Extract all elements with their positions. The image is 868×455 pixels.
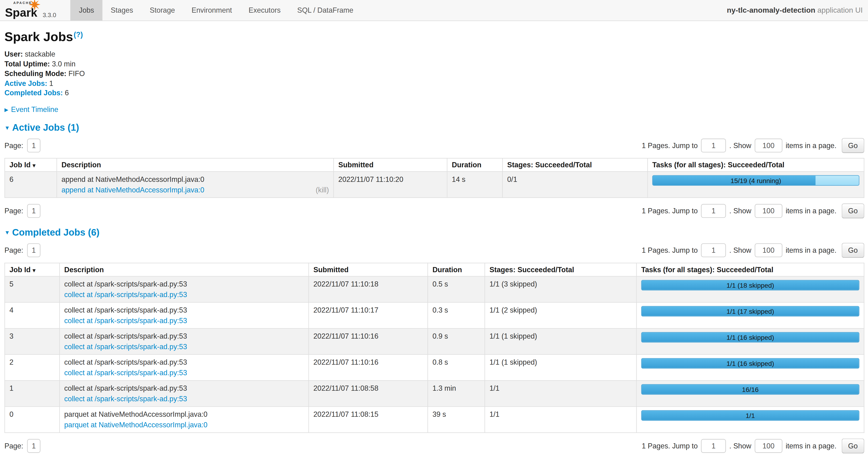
job-id-cell: 4 <box>5 302 60 328</box>
page-size-input[interactable] <box>754 138 782 152</box>
triangle-right-icon: ▶ <box>4 107 8 112</box>
col-stages[interactable]: Stages: Succeeded/Total <box>502 158 648 171</box>
job-description-cell: append at NativeMethodAccessorImpl.java:… <box>57 171 334 197</box>
summary-list: User: stackable Total Uptime: 3.0 min Sc… <box>4 49 864 98</box>
job-duration-cell: 0.8 s <box>428 354 485 380</box>
progress-label: 15/19 (4 running) <box>653 175 859 186</box>
summary-completed-jobs: Completed Jobs: 6 <box>4 88 864 98</box>
progress-label: 1/1 <box>642 410 859 421</box>
jump-to-input[interactable] <box>701 439 726 453</box>
spark-star-icon <box>29 0 40 10</box>
job-submitted-cell: 2022/11/07 11:08:15 <box>309 406 428 432</box>
job-detail-link[interactable]: collect at /spark-scripts/spark-ad.py:53 <box>64 368 187 377</box>
job-detail-link[interactable]: collect at /spark-scripts/spark-ad.py:53 <box>64 290 187 298</box>
table-header-row: Job Id ▾ Description Submitted Duration … <box>5 263 864 276</box>
job-description-cell: collect at /spark-scripts/spark-ad.py:53… <box>60 328 309 354</box>
page-number-input[interactable] <box>27 243 40 257</box>
application-name: ny-tlc-anomaly-detection application UI <box>727 0 868 21</box>
job-detail-link[interactable]: parquet at NativeMethodAccessorImpl.java… <box>64 421 208 429</box>
items-text: items in a page. <box>786 206 837 215</box>
completed-job-row: 1 collect at /spark-scripts/spark-ad.py:… <box>5 380 864 406</box>
col-duration[interactable]: Duration <box>447 158 502 171</box>
job-description-text: collect at /spark-scripts/spark-ad.py:53 <box>64 332 304 340</box>
job-id-cell: 5 <box>5 276 60 302</box>
tab-storage[interactable]: Storage <box>141 0 183 21</box>
tab-executors[interactable]: Executors <box>240 0 289 21</box>
col-job-id[interactable]: Job Id ▾ <box>5 263 60 276</box>
page-size-input[interactable] <box>754 439 782 453</box>
job-description-cell: collect at /spark-scripts/spark-ad.py:53… <box>60 354 309 380</box>
triangle-down-icon: ▼ <box>4 229 10 235</box>
completed-jobs-link[interactable]: Completed Jobs: <box>4 89 63 97</box>
job-description-text: parquet at NativeMethodAccessorImpl.java… <box>64 410 304 418</box>
kill-job-link[interactable]: (kill) <box>316 186 329 194</box>
pagination-active-top: Page: 1 Pages. Jump to . Show items in a… <box>4 138 864 153</box>
event-timeline-toggle[interactable]: ▶Event Timeline <box>4 105 864 113</box>
col-description[interactable]: Description <box>60 263 309 276</box>
top-navbar: APACHE Spark 3.3.0 Jobs Stages Storage E… <box>0 0 868 21</box>
active-jobs-section-header[interactable]: ▼Active Jobs (1) <box>4 122 864 133</box>
go-button[interactable]: Go <box>841 243 865 257</box>
job-detail-link[interactable]: collect at /spark-scripts/spark-ad.py:53 <box>64 316 187 324</box>
col-stages[interactable]: Stages: Succeeded/Total <box>485 263 637 276</box>
page-size-input[interactable] <box>754 243 782 257</box>
summary-uptime: Total Uptime: 3.0 min <box>4 59 864 69</box>
job-description-cell: collect at /spark-scripts/spark-ad.py:53… <box>60 276 309 302</box>
job-description-text: collect at /spark-scripts/spark-ad.py:53 <box>64 280 304 288</box>
col-submitted[interactable]: Submitted <box>309 263 428 276</box>
job-duration-cell: 0.3 s <box>428 302 485 328</box>
job-tasks-cell: 1/1 (16 skipped) <box>637 354 864 380</box>
job-submitted-cell: 2022/11/07 11:10:20 <box>334 171 447 197</box>
page-size-input[interactable] <box>754 204 782 218</box>
tasks-progress-bar: 1/1 (16 skipped) <box>641 358 859 368</box>
tasks-progress-bar: 1/1 (17 skipped) <box>641 306 859 316</box>
col-tasks[interactable]: Tasks (for all stages): Succeeded/Total <box>637 263 864 276</box>
job-stages-cell: 1/1 (2 skipped) <box>485 302 637 328</box>
jump-to-input[interactable] <box>701 243 726 257</box>
col-tasks[interactable]: Tasks (for all stages): Succeeded/Total <box>648 158 864 171</box>
tasks-progress-bar: 16/16 <box>641 384 859 395</box>
job-stages-cell: 1/1 <box>485 380 637 406</box>
job-stages-cell: 1/1 <box>485 406 637 432</box>
job-duration-cell: 39 s <box>428 406 485 432</box>
job-tasks-cell: 1/1 (16 skipped) <box>637 328 864 354</box>
col-submitted[interactable]: Submitted <box>334 158 447 171</box>
job-detail-link[interactable]: append at NativeMethodAccessorImpl.java:… <box>61 186 204 194</box>
page-number-input[interactable] <box>27 204 40 218</box>
col-description[interactable]: Description <box>57 158 334 171</box>
summary-active-jobs: Active Jobs: 1 <box>4 78 864 88</box>
tab-jobs[interactable]: Jobs <box>70 0 102 21</box>
completed-job-row: 4 collect at /spark-scripts/spark-ad.py:… <box>5 302 864 328</box>
page-number-input[interactable] <box>27 138 40 152</box>
summary-scheduling-mode: Scheduling Mode: FIFO <box>4 69 864 78</box>
job-id-cell: 1 <box>5 380 60 406</box>
active-jobs-link[interactable]: Active Jobs: <box>4 79 48 87</box>
col-duration[interactable]: Duration <box>428 263 485 276</box>
job-description-cell: collect at /spark-scripts/spark-ad.py:53… <box>60 302 309 328</box>
jump-to-input[interactable] <box>701 138 726 152</box>
tab-stages[interactable]: Stages <box>102 0 141 21</box>
go-button[interactable]: Go <box>841 438 865 453</box>
go-button[interactable]: Go <box>841 203 865 218</box>
page-number-input[interactable] <box>27 439 40 453</box>
pages-jump-text: 1 Pages. Jump to <box>642 141 698 149</box>
job-submitted-cell: 2022/11/07 11:08:58 <box>309 380 428 406</box>
triangle-down-icon: ▼ <box>4 124 10 131</box>
job-tasks-cell: 16/16 <box>637 380 864 406</box>
pages-jump-text: 1 Pages. Jump to <box>642 206 698 215</box>
job-description-text: append at NativeMethodAccessorImpl.java:… <box>61 175 329 183</box>
job-tasks-cell: 1/1 <box>637 406 864 432</box>
tab-sql-dataframe[interactable]: SQL / DataFrame <box>289 0 362 21</box>
show-text: . Show <box>729 141 751 149</box>
job-stages-cell: 0/1 <box>502 171 648 197</box>
help-link[interactable]: (?) <box>73 30 83 39</box>
go-button[interactable]: Go <box>841 138 865 153</box>
spark-logo[interactable]: APACHE Spark 3.3.0 <box>0 0 61 21</box>
nav-tabs: Jobs Stages Storage Environment Executor… <box>70 0 362 21</box>
completed-jobs-section-header[interactable]: ▼Completed Jobs (6) <box>4 227 864 238</box>
tab-environment[interactable]: Environment <box>183 0 240 21</box>
job-detail-link[interactable]: collect at /spark-scripts/spark-ad.py:53 <box>64 395 187 403</box>
col-job-id[interactable]: Job Id ▾ <box>5 158 57 171</box>
jump-to-input[interactable] <box>701 204 726 218</box>
job-detail-link[interactable]: collect at /spark-scripts/spark-ad.py:53 <box>64 342 187 350</box>
